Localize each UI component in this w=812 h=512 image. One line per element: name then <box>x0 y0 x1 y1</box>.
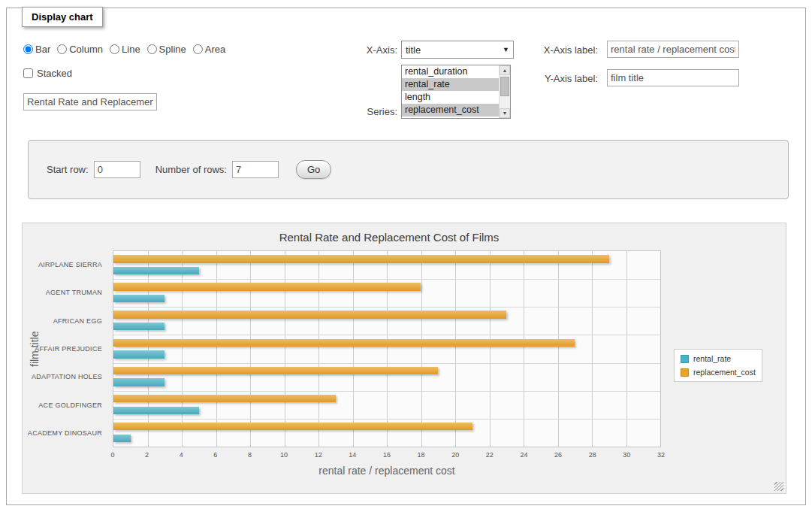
bar-rental_rate <box>113 267 199 274</box>
x-tick-label: 4 <box>180 451 183 459</box>
bar-replacement_cost <box>113 423 472 430</box>
stacked-label: Stacked <box>37 68 72 79</box>
chart-type-group: BarColumnLineSplineArea <box>23 44 232 55</box>
bar-group <box>113 307 660 335</box>
x-tick-row: 02468101214161820222426283032 <box>113 451 661 461</box>
category-label: AFFAIR PREJUDICE <box>23 335 107 362</box>
chart-type-label: Bar <box>35 44 50 55</box>
category-label: ACE GOLDFINGER <box>23 391 107 419</box>
bar-rental_rate <box>113 407 199 414</box>
plot-area <box>113 250 661 447</box>
bar-group <box>113 279 660 307</box>
scroll-down-icon[interactable]: ▼ <box>500 108 510 118</box>
x-tick-label: 30 <box>623 451 630 459</box>
series-select-label: Series: <box>322 106 397 117</box>
bar-replacement_cost <box>113 367 438 374</box>
chart-title-input[interactable] <box>23 93 157 111</box>
chart-type-label: Column <box>69 44 103 55</box>
chart-type-radio-column[interactable] <box>57 44 67 54</box>
x-tick-label: 12 <box>315 451 322 459</box>
bar-rental_rate <box>113 350 165 358</box>
x-axis-selected-value: title <box>406 44 421 56</box>
category-labels: AIRPLANE SIERRAAGENT TRUMANAFRICAN EGGAF… <box>23 250 107 447</box>
x-tick-label: 8 <box>248 451 252 459</box>
series-scrollbar[interactable]: ▲ ▼ <box>499 65 510 118</box>
bar-replacement_cost <box>113 339 575 347</box>
x-tick-label: 32 <box>657 451 665 459</box>
bar-replacement_cost <box>113 311 506 318</box>
category-label: AGENT TRUMAN <box>23 278 107 306</box>
scroll-up-icon[interactable]: ▲ <box>500 65 510 75</box>
bar-group <box>113 419 660 447</box>
num-rows-label: Number of rows: <box>155 164 227 175</box>
bar-rental_rate <box>113 295 165 302</box>
x-axis-label-input[interactable] <box>607 41 739 58</box>
bar-group <box>113 251 660 279</box>
series-option-length[interactable]: length <box>402 91 499 104</box>
legend-item: replacement_cost <box>681 368 756 377</box>
chart-type-radio-bar[interactable] <box>23 44 33 54</box>
category-label: ADAPTATION HOLES <box>23 363 107 391</box>
x-tick-label: 6 <box>213 451 217 459</box>
series-option-replacement_cost[interactable]: replacement_cost <box>402 104 499 117</box>
legend-swatch <box>681 355 689 363</box>
start-row-label: Start row: <box>47 164 89 175</box>
x-tick-label: 16 <box>383 451 391 459</box>
x-tick-label: 18 <box>418 451 425 459</box>
y-axis-label-input[interactable] <box>607 69 739 86</box>
display-chart-panel: Display chart BarColumnLineSplineArea St… <box>6 8 806 505</box>
x-tick-label: 24 <box>520 451 527 459</box>
x-tick-label: 26 <box>554 451 562 459</box>
x-axis-title: rental rate / replacement cost <box>113 465 661 477</box>
scrollbar-thumb[interactable] <box>500 77 509 96</box>
chart-type-option-line[interactable]: Line <box>110 44 140 55</box>
category-label: AIRPLANE SIERRA <box>23 250 107 278</box>
resize-handle-icon[interactable] <box>774 482 783 491</box>
rows-form: Start row: Number of rows: Go <box>28 140 789 199</box>
series-option-rental_rate[interactable]: rental_rate <box>402 78 499 91</box>
chart-type-label: Area <box>205 44 225 55</box>
x-tick-label: 10 <box>280 451 288 459</box>
series-options: rental_durationrental_ratelengthreplacem… <box>402 65 499 118</box>
bar-group <box>113 335 660 362</box>
legend-label: replacement_cost <box>693 368 756 377</box>
chart-type-label: Spline <box>159 44 186 55</box>
series-multiselect[interactable]: rental_durationrental_ratelengthreplacem… <box>401 65 511 119</box>
chart-type-radio-spline[interactable] <box>147 44 157 54</box>
x-tick-label: 22 <box>486 451 494 459</box>
go-button[interactable]: Go <box>296 160 331 179</box>
x-tick-label: 28 <box>589 451 596 459</box>
bar-replacement_cost <box>113 395 336 402</box>
x-axis-select-label: X-Axis: <box>322 44 397 56</box>
bar-rental_rate <box>113 378 165 386</box>
chart-type-label: Line <box>122 44 140 55</box>
legend-swatch <box>681 368 689 377</box>
chart-type-radio-line[interactable] <box>110 44 119 54</box>
x-tick-label: 14 <box>349 451 356 459</box>
chart-type-option-area[interactable]: Area <box>193 44 225 55</box>
chart-type-radio-area[interactable] <box>193 44 203 54</box>
bar-group <box>113 363 660 391</box>
chart-legend: rental_ratereplacement_cost <box>674 349 762 382</box>
panel-title[interactable]: Display chart <box>22 7 103 27</box>
x-axis-label-label: X-Axis label: <box>520 44 598 56</box>
bar-rental_rate <box>113 323 165 330</box>
chart-type-option-spline[interactable]: Spline <box>147 44 186 55</box>
chart-type-option-bar[interactable]: Bar <box>23 44 50 55</box>
legend-label: rental_rate <box>693 354 731 363</box>
chevron-down-icon: ▼ <box>503 46 509 53</box>
num-rows-input[interactable] <box>232 161 279 178</box>
x-tick-label: 20 <box>451 451 459 459</box>
stacked-option[interactable]: Stacked <box>23 68 72 79</box>
legend-item: rental_rate <box>681 354 756 363</box>
series-option-rental_duration[interactable]: rental_duration <box>402 65 499 78</box>
start-row-input[interactable] <box>94 161 140 178</box>
x-tick-label: 2 <box>145 451 149 459</box>
stacked-checkbox[interactable] <box>23 68 33 78</box>
chart-type-option-column[interactable]: Column <box>57 44 103 55</box>
x-axis-select[interactable]: title ▼ <box>401 41 514 59</box>
bar-replacement_cost <box>113 283 421 290</box>
bar-replacement_cost <box>113 255 609 262</box>
chart-title: Rental Rate and Replacement Cost of Film… <box>23 231 756 244</box>
chart-container: Rental Rate and Replacement Cost of Film… <box>22 223 786 494</box>
